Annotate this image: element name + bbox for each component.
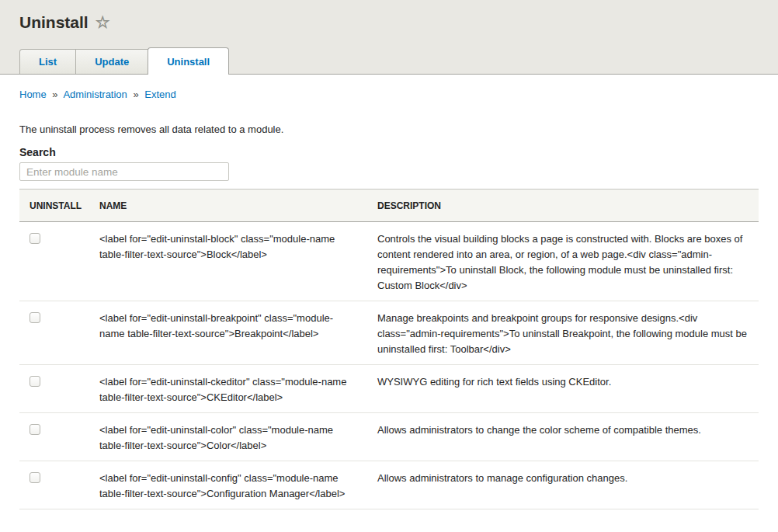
page-header: Uninstall ☆ List Update Uninstall bbox=[0, 0, 778, 75]
intro-text: The uninstall process removes all data r… bbox=[19, 123, 759, 135]
tab-bar: List Update Uninstall bbox=[0, 47, 778, 75]
uninstall-checkbox[interactable] bbox=[30, 312, 40, 323]
table-row: <label for="edit-uninstall-config" class… bbox=[19, 461, 759, 509]
module-name-cell: <label for="edit-uninstall-config" class… bbox=[89, 461, 367, 509]
uninstall-cell bbox=[19, 461, 89, 509]
modules-table: UNINSTALL NAME DESCRIPTION <label for="e… bbox=[19, 189, 759, 509]
uninstall-cell bbox=[19, 301, 89, 365]
uninstall-checkbox[interactable] bbox=[30, 376, 40, 387]
module-description-cell: Allows administrators to change the colo… bbox=[367, 413, 759, 461]
search-label: Search bbox=[19, 146, 759, 158]
page-title: Uninstall bbox=[19, 13, 89, 32]
tab-uninstall[interactable]: Uninstall bbox=[148, 47, 229, 75]
breadcrumb-separator: » bbox=[52, 89, 57, 100]
uninstall-checkbox[interactable] bbox=[30, 233, 40, 244]
table-body: <label for="edit-uninstall-block" class=… bbox=[19, 222, 759, 509]
page: Uninstall ☆ List Update Uninstall Home »… bbox=[0, 0, 778, 509]
table-row: <label for="edit-uninstall-block" class=… bbox=[19, 222, 759, 301]
favorite-star-icon[interactable]: ☆ bbox=[96, 14, 110, 30]
content-area: Home » Administration » Extend The unins… bbox=[0, 89, 778, 509]
module-name-cell: <label for="edit-uninstall-block" class=… bbox=[89, 222, 367, 301]
breadcrumb-administration[interactable]: Administration bbox=[63, 89, 127, 100]
uninstall-cell bbox=[19, 222, 89, 301]
module-name-cell: <label for="edit-uninstall-color" class=… bbox=[89, 413, 367, 461]
column-header-name: NAME bbox=[89, 190, 367, 222]
module-description-cell: Manage breakpoints and breakpoint groups… bbox=[367, 301, 759, 365]
column-header-description: DESCRIPTION bbox=[367, 190, 759, 222]
uninstall-cell bbox=[19, 413, 89, 461]
table-header-row: UNINSTALL NAME DESCRIPTION bbox=[19, 190, 759, 222]
breadcrumb-separator: » bbox=[133, 89, 138, 100]
page-title-row: Uninstall ☆ bbox=[19, 12, 778, 33]
module-description-cell: WYSIWYG editing for rich text fields usi… bbox=[367, 365, 759, 413]
breadcrumb: Home » Administration » Extend bbox=[19, 89, 759, 100]
table-row: <label for="edit-uninstall-ckeditor" cla… bbox=[19, 365, 759, 413]
module-description-cell: Controls the visual building blocks a pa… bbox=[367, 222, 759, 301]
search-block: Search bbox=[19, 146, 759, 181]
tab-list[interactable]: List bbox=[19, 49, 76, 74]
table-row: <label for="edit-uninstall-breakpoint" c… bbox=[19, 301, 759, 365]
uninstall-cell bbox=[19, 365, 89, 413]
uninstall-checkbox[interactable] bbox=[30, 424, 40, 435]
module-description-cell: Allows administrators to manage configur… bbox=[367, 461, 759, 509]
search-input[interactable] bbox=[19, 162, 229, 181]
module-name-cell: <label for="edit-uninstall-ckeditor" cla… bbox=[89, 365, 367, 413]
uninstall-checkbox[interactable] bbox=[30, 472, 40, 483]
module-name-cell: <label for="edit-uninstall-breakpoint" c… bbox=[89, 301, 367, 365]
column-header-uninstall: UNINSTALL bbox=[19, 190, 89, 222]
breadcrumb-home[interactable]: Home bbox=[19, 89, 47, 100]
breadcrumb-extend[interactable]: Extend bbox=[144, 89, 175, 100]
table-row: <label for="edit-uninstall-color" class=… bbox=[19, 413, 759, 461]
tab-update[interactable]: Update bbox=[75, 49, 148, 74]
